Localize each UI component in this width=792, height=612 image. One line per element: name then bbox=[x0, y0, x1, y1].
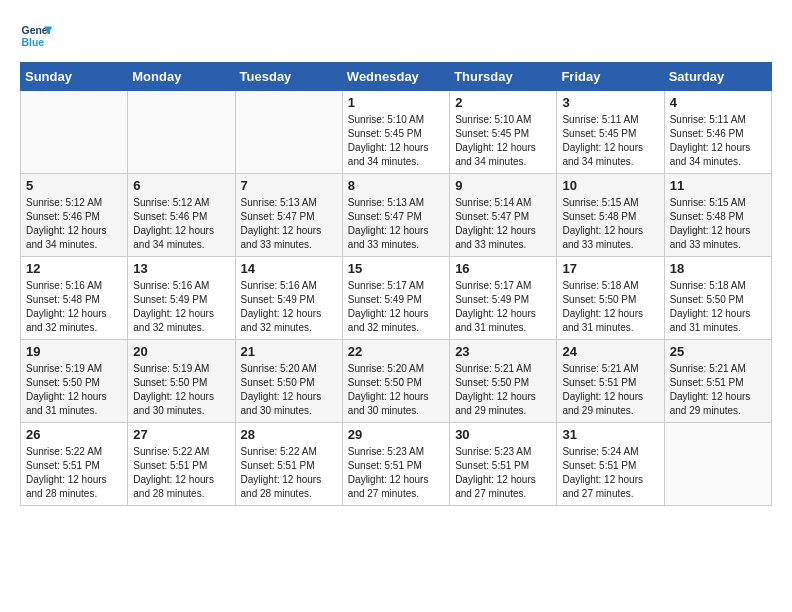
day-number: 13 bbox=[133, 261, 229, 276]
calendar-day-14: 14Sunrise: 5:16 AM Sunset: 5:49 PM Dayli… bbox=[235, 257, 342, 340]
calendar-week-row: 26Sunrise: 5:22 AM Sunset: 5:51 PM Dayli… bbox=[21, 423, 772, 506]
calendar-day-3: 3Sunrise: 5:11 AM Sunset: 5:45 PM Daylig… bbox=[557, 91, 664, 174]
day-number: 24 bbox=[562, 344, 658, 359]
day-number: 14 bbox=[241, 261, 337, 276]
header-wednesday: Wednesday bbox=[342, 63, 449, 91]
day-number: 31 bbox=[562, 427, 658, 442]
day-number: 1 bbox=[348, 95, 444, 110]
day-number: 12 bbox=[26, 261, 122, 276]
day-number: 29 bbox=[348, 427, 444, 442]
calendar-day-7: 7Sunrise: 5:13 AM Sunset: 5:47 PM Daylig… bbox=[235, 174, 342, 257]
day-info: Sunrise: 5:22 AM Sunset: 5:51 PM Dayligh… bbox=[26, 445, 122, 501]
calendar-day-13: 13Sunrise: 5:16 AM Sunset: 5:49 PM Dayli… bbox=[128, 257, 235, 340]
calendar-day-12: 12Sunrise: 5:16 AM Sunset: 5:48 PM Dayli… bbox=[21, 257, 128, 340]
calendar-day-empty bbox=[664, 423, 771, 506]
calendar-day-29: 29Sunrise: 5:23 AM Sunset: 5:51 PM Dayli… bbox=[342, 423, 449, 506]
day-info: Sunrise: 5:20 AM Sunset: 5:50 PM Dayligh… bbox=[348, 362, 444, 418]
day-info: Sunrise: 5:10 AM Sunset: 5:45 PM Dayligh… bbox=[348, 113, 444, 169]
day-info: Sunrise: 5:11 AM Sunset: 5:46 PM Dayligh… bbox=[670, 113, 766, 169]
day-info: Sunrise: 5:24 AM Sunset: 5:51 PM Dayligh… bbox=[562, 445, 658, 501]
day-info: Sunrise: 5:17 AM Sunset: 5:49 PM Dayligh… bbox=[455, 279, 551, 335]
calendar-day-15: 15Sunrise: 5:17 AM Sunset: 5:49 PM Dayli… bbox=[342, 257, 449, 340]
day-info: Sunrise: 5:19 AM Sunset: 5:50 PM Dayligh… bbox=[26, 362, 122, 418]
day-number: 26 bbox=[26, 427, 122, 442]
day-info: Sunrise: 5:19 AM Sunset: 5:50 PM Dayligh… bbox=[133, 362, 229, 418]
day-number: 3 bbox=[562, 95, 658, 110]
day-number: 16 bbox=[455, 261, 551, 276]
day-number: 9 bbox=[455, 178, 551, 193]
calendar-day-28: 28Sunrise: 5:22 AM Sunset: 5:51 PM Dayli… bbox=[235, 423, 342, 506]
calendar-week-row: 19Sunrise: 5:19 AM Sunset: 5:50 PM Dayli… bbox=[21, 340, 772, 423]
calendar-day-6: 6Sunrise: 5:12 AM Sunset: 5:46 PM Daylig… bbox=[128, 174, 235, 257]
logo: General Blue bbox=[20, 20, 56, 52]
calendar-week-row: 12Sunrise: 5:16 AM Sunset: 5:48 PM Dayli… bbox=[21, 257, 772, 340]
calendar-day-4: 4Sunrise: 5:11 AM Sunset: 5:46 PM Daylig… bbox=[664, 91, 771, 174]
day-info: Sunrise: 5:22 AM Sunset: 5:51 PM Dayligh… bbox=[133, 445, 229, 501]
day-info: Sunrise: 5:14 AM Sunset: 5:47 PM Dayligh… bbox=[455, 196, 551, 252]
header-sunday: Sunday bbox=[21, 63, 128, 91]
header-saturday: Saturday bbox=[664, 63, 771, 91]
calendar-day-26: 26Sunrise: 5:22 AM Sunset: 5:51 PM Dayli… bbox=[21, 423, 128, 506]
day-number: 2 bbox=[455, 95, 551, 110]
header-friday: Friday bbox=[557, 63, 664, 91]
calendar-header-row: SundayMondayTuesdayWednesdayThursdayFrid… bbox=[21, 63, 772, 91]
day-info: Sunrise: 5:13 AM Sunset: 5:47 PM Dayligh… bbox=[348, 196, 444, 252]
day-info: Sunrise: 5:15 AM Sunset: 5:48 PM Dayligh… bbox=[562, 196, 658, 252]
day-info: Sunrise: 5:21 AM Sunset: 5:50 PM Dayligh… bbox=[455, 362, 551, 418]
day-number: 28 bbox=[241, 427, 337, 442]
day-number: 5 bbox=[26, 178, 122, 193]
day-info: Sunrise: 5:20 AM Sunset: 5:50 PM Dayligh… bbox=[241, 362, 337, 418]
day-number: 17 bbox=[562, 261, 658, 276]
calendar-table: SundayMondayTuesdayWednesdayThursdayFrid… bbox=[20, 62, 772, 506]
day-number: 6 bbox=[133, 178, 229, 193]
day-info: Sunrise: 5:22 AM Sunset: 5:51 PM Dayligh… bbox=[241, 445, 337, 501]
day-number: 19 bbox=[26, 344, 122, 359]
day-info: Sunrise: 5:15 AM Sunset: 5:48 PM Dayligh… bbox=[670, 196, 766, 252]
day-info: Sunrise: 5:12 AM Sunset: 5:46 PM Dayligh… bbox=[26, 196, 122, 252]
calendar-day-10: 10Sunrise: 5:15 AM Sunset: 5:48 PM Dayli… bbox=[557, 174, 664, 257]
calendar-day-16: 16Sunrise: 5:17 AM Sunset: 5:49 PM Dayli… bbox=[450, 257, 557, 340]
day-info: Sunrise: 5:17 AM Sunset: 5:49 PM Dayligh… bbox=[348, 279, 444, 335]
day-number: 11 bbox=[670, 178, 766, 193]
calendar-day-27: 27Sunrise: 5:22 AM Sunset: 5:51 PM Dayli… bbox=[128, 423, 235, 506]
calendar-day-21: 21Sunrise: 5:20 AM Sunset: 5:50 PM Dayli… bbox=[235, 340, 342, 423]
day-info: Sunrise: 5:16 AM Sunset: 5:49 PM Dayligh… bbox=[133, 279, 229, 335]
calendar-day-empty bbox=[128, 91, 235, 174]
day-number: 27 bbox=[133, 427, 229, 442]
calendar-day-20: 20Sunrise: 5:19 AM Sunset: 5:50 PM Dayli… bbox=[128, 340, 235, 423]
calendar-day-22: 22Sunrise: 5:20 AM Sunset: 5:50 PM Dayli… bbox=[342, 340, 449, 423]
calendar-day-1: 1Sunrise: 5:10 AM Sunset: 5:45 PM Daylig… bbox=[342, 91, 449, 174]
day-info: Sunrise: 5:18 AM Sunset: 5:50 PM Dayligh… bbox=[670, 279, 766, 335]
day-info: Sunrise: 5:16 AM Sunset: 5:49 PM Dayligh… bbox=[241, 279, 337, 335]
day-number: 10 bbox=[562, 178, 658, 193]
day-number: 22 bbox=[348, 344, 444, 359]
day-number: 21 bbox=[241, 344, 337, 359]
day-number: 23 bbox=[455, 344, 551, 359]
day-number: 25 bbox=[670, 344, 766, 359]
page-header: General Blue bbox=[20, 20, 772, 52]
calendar-day-23: 23Sunrise: 5:21 AM Sunset: 5:50 PM Dayli… bbox=[450, 340, 557, 423]
header-thursday: Thursday bbox=[450, 63, 557, 91]
calendar-day-19: 19Sunrise: 5:19 AM Sunset: 5:50 PM Dayli… bbox=[21, 340, 128, 423]
calendar-day-empty bbox=[21, 91, 128, 174]
day-info: Sunrise: 5:13 AM Sunset: 5:47 PM Dayligh… bbox=[241, 196, 337, 252]
calendar-day-empty bbox=[235, 91, 342, 174]
day-info: Sunrise: 5:12 AM Sunset: 5:46 PM Dayligh… bbox=[133, 196, 229, 252]
svg-text:Blue: Blue bbox=[22, 37, 45, 48]
day-info: Sunrise: 5:16 AM Sunset: 5:48 PM Dayligh… bbox=[26, 279, 122, 335]
calendar-day-30: 30Sunrise: 5:23 AM Sunset: 5:51 PM Dayli… bbox=[450, 423, 557, 506]
calendar-day-5: 5Sunrise: 5:12 AM Sunset: 5:46 PM Daylig… bbox=[21, 174, 128, 257]
calendar-day-18: 18Sunrise: 5:18 AM Sunset: 5:50 PM Dayli… bbox=[664, 257, 771, 340]
day-number: 18 bbox=[670, 261, 766, 276]
calendar-week-row: 5Sunrise: 5:12 AM Sunset: 5:46 PM Daylig… bbox=[21, 174, 772, 257]
header-tuesday: Tuesday bbox=[235, 63, 342, 91]
calendar-week-row: 1Sunrise: 5:10 AM Sunset: 5:45 PM Daylig… bbox=[21, 91, 772, 174]
day-info: Sunrise: 5:23 AM Sunset: 5:51 PM Dayligh… bbox=[455, 445, 551, 501]
header-monday: Monday bbox=[128, 63, 235, 91]
calendar-day-17: 17Sunrise: 5:18 AM Sunset: 5:50 PM Dayli… bbox=[557, 257, 664, 340]
day-number: 4 bbox=[670, 95, 766, 110]
calendar-day-11: 11Sunrise: 5:15 AM Sunset: 5:48 PM Dayli… bbox=[664, 174, 771, 257]
calendar-day-9: 9Sunrise: 5:14 AM Sunset: 5:47 PM Daylig… bbox=[450, 174, 557, 257]
calendar-day-2: 2Sunrise: 5:10 AM Sunset: 5:45 PM Daylig… bbox=[450, 91, 557, 174]
calendar-day-8: 8Sunrise: 5:13 AM Sunset: 5:47 PM Daylig… bbox=[342, 174, 449, 257]
